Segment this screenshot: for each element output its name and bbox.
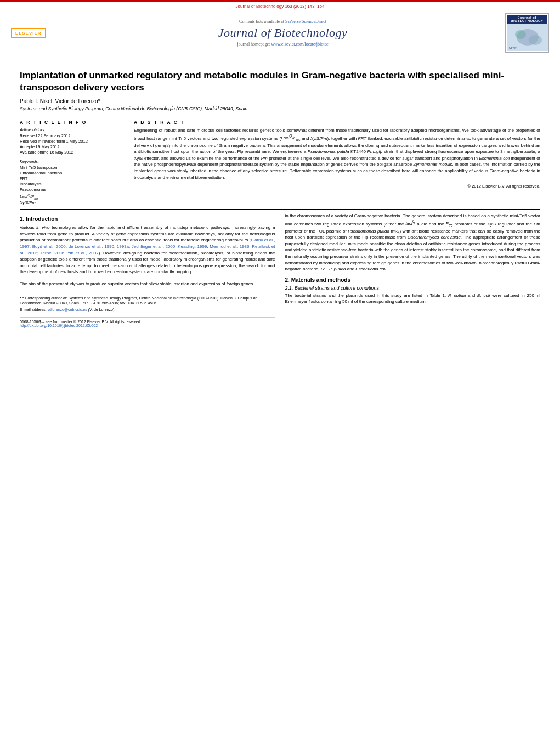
journal-header: ELSEVIER Contents lists available at Sci… <box>0 10 560 56</box>
logo-biotech-label: Journal ofBIOTECHNOLOGY <box>507 15 547 24</box>
journal-title: Journal of Biotechnology <box>66 26 500 40</box>
subsection-2-1-number: 2.1. <box>285 285 293 291</box>
subsection-2-1-label: Bacterial strains and culture conditions <box>295 285 379 291</box>
svg-text:Cover: Cover <box>509 46 517 49</box>
article-title: Implantation of unmarked regulatory and … <box>20 70 540 94</box>
body-columns: 1. Introduction Various in vivo technolo… <box>20 213 540 327</box>
ref-keasling[interactable]: Keasling, 1999 <box>178 244 207 249</box>
ref-boyd[interactable]: Boyd et al., 2000 <box>32 244 66 249</box>
authors-text: Pablo I. Nikel, Victor de Lorenzo* <box>20 98 100 104</box>
history-label: Article history: <box>20 127 124 132</box>
doi-line: http://dx.doi.org/10.1016/j.jbiotec.2012… <box>20 324 275 327</box>
journal-ref-text: Journal of Biotechnology 163 (2013) 143–… <box>236 4 325 9</box>
received-date: Received 22 February 2012 <box>20 133 124 138</box>
main-content: Implantation of unmarked regulatory and … <box>0 56 560 333</box>
footnotes: * * Corresponding author at: Systems and… <box>20 293 275 313</box>
ref-jechlinger[interactable]: Jechlinger et al., 2005 <box>132 244 175 249</box>
homepage-line: journal homepage: www.elsevier.com/locat… <box>66 42 500 47</box>
issn-line: 0168-1656/$ – see front matter © 2012 El… <box>20 320 275 324</box>
body-col-right: in the chromosomes of a variety of Gram-… <box>285 213 541 327</box>
divider-2 <box>20 209 540 210</box>
keywords-label: Keywords: <box>20 159 124 164</box>
body-col-left: 1. Introduction Various in vivo technolo… <box>20 213 275 327</box>
online-date: Available online 16 May 2012 <box>20 150 124 155</box>
footnote-email: E-mail address: vdlorenzo@cnb.csic.es (V… <box>20 307 275 313</box>
logo-biotech-image: Cover <box>507 24 548 51</box>
section-2-title: 2. Materials and methods <box>285 277 541 283</box>
homepage-text: journal homepage: <box>237 42 270 47</box>
subsection-2-1-title: 2.1. Bacterial strains and culture condi… <box>285 285 541 291</box>
ref-mermod[interactable]: Mermod et al., 1986 <box>210 244 249 249</box>
keyword-5: Pseudomonas <box>20 187 124 192</box>
section-1-title: 1. Introduction <box>20 216 275 222</box>
footnote-bottom: 0168-1656/$ – see front matter © 2012 El… <box>20 317 275 327</box>
svg-point-2 <box>515 30 526 39</box>
divider-1 <box>20 116 540 116</box>
keyword-3: FRT <box>20 176 124 181</box>
header-center: Contents lists available at SciVerse Sci… <box>60 19 505 47</box>
article-info-abstract: A R T I C L E I N F O Article history: R… <box>20 120 540 206</box>
intro-para1: Various in vivo technologies allow for t… <box>20 224 275 275</box>
keyword-1: Mini-Tn5 transposon <box>20 165 124 170</box>
keyword-7: XylS/Pm <box>20 200 124 205</box>
journal-ref-line: Journal of Biotechnology 163 (2013) 143–… <box>0 2 560 10</box>
svg-point-3 <box>529 35 542 45</box>
abstract-header: A B S T R A C T <box>134 120 540 125</box>
keyword-2: Chromosomal insertion <box>20 171 124 176</box>
revised-date: Received in revised form 1 May 2012 <box>20 139 124 144</box>
intro-para2: The aim of the present study was to prod… <box>20 281 275 287</box>
sciverse-line: Contents lists available at SciVerse Sci… <box>66 19 500 24</box>
keyword-4: Biocatalysis <box>20 182 124 186</box>
copyright-line: © 2012 Elsevier B.V. All rights reserved… <box>134 184 540 189</box>
intro-right-text: in the chromosomes of a variety of Gram-… <box>285 213 541 273</box>
email-attribution: (V. de Lorenzo). <box>88 308 116 312</box>
keywords-section: Keywords: Mini-Tn5 transposon Chromosoma… <box>20 159 124 205</box>
article-info-header: A R T I C L E I N F O <box>20 120 124 125</box>
abstract-column: A B S T R A C T Engineering of robust an… <box>134 120 540 206</box>
article-info-column: A R T I C L E I N F O Article history: R… <box>20 120 124 206</box>
sciverse-text: Contents lists available at <box>239 19 284 24</box>
authors: Pablo I. Nikel, Victor de Lorenzo* <box>20 98 540 104</box>
section-2-label: Materials and methods <box>291 277 350 283</box>
homepage-link[interactable]: www.elsevier.com/locate/jbiotec <box>271 42 328 47</box>
materials-text: The bacterial strains and the plasmids u… <box>285 292 541 305</box>
abstract-text: Engineering of robust and safe microbial… <box>134 127 540 180</box>
footnote-corresponding: * * Corresponding author at: Systems and… <box>20 296 275 307</box>
sciverse-link[interactable]: SciVerse ScienceDirect <box>285 19 326 24</box>
affiliation: Systems and Synthetic Biology Program, C… <box>20 106 540 111</box>
journal-logo-right: Journal ofBIOTECHNOLOGY Cover <box>505 13 549 53</box>
email-label: E-mail address: <box>20 308 47 312</box>
elsevier-label: ELSEVIER <box>15 31 42 36</box>
page: Journal of Biotechnology 163 (2013) 143–… <box>0 0 560 741</box>
accepted-date: Accepted 9 May 2012 <box>20 144 124 149</box>
section-2-number: 2. <box>285 277 290 283</box>
doi-link[interactable]: http://dx.doi.org/10.1016/j.jbiotec.2012… <box>20 324 98 327</box>
section-1-number: 1. <box>20 216 24 222</box>
section-1-label: Introduction <box>26 216 58 222</box>
ref-delorenzo[interactable]: de Lorenzo et al., 1990, 1993a <box>69 244 129 249</box>
ref-yin[interactable]: Yin et al., 2007 <box>67 251 99 256</box>
ref-terpe[interactable]: Terpe, 2006 <box>41 251 65 256</box>
article-info-section: A R T I C L E I N F O Article history: R… <box>20 120 124 155</box>
email-link[interactable]: vdlorenzo@cnb.csic.es <box>48 308 87 312</box>
keyword-6: LacIQ/Ptrc <box>20 193 124 200</box>
elsevier-logo: ELSEVIER <box>11 28 60 38</box>
